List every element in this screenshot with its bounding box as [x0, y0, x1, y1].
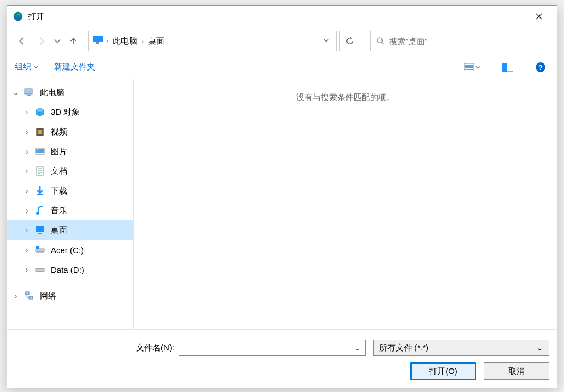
svg-point-19 — [37, 149, 39, 151]
svg-rect-1 — [93, 36, 103, 42]
search-input[interactable] — [389, 37, 544, 46]
help-button[interactable]: ? — [532, 60, 549, 75]
svg-rect-20 — [37, 167, 43, 175]
tree-network[interactable]: 网络 — [7, 286, 133, 306]
up-button[interactable] — [65, 33, 81, 49]
tree-drive-d[interactable]: Data (D:) — [7, 260, 133, 279]
search-icon — [376, 37, 385, 45]
address-dropdown[interactable] — [321, 34, 332, 48]
forward-button[interactable] — [33, 33, 50, 49]
breadcrumb-desktop[interactable]: 桌面 — [146, 35, 167, 48]
cube-icon — [34, 107, 45, 118]
organize-button[interactable]: 组织 — [15, 62, 39, 72]
tree-desktop[interactable]: 桌面 — [7, 220, 133, 240]
svg-rect-6 — [465, 69, 473, 70]
svg-rect-23 — [36, 226, 44, 232]
tree-pictures[interactable]: 图片 — [7, 142, 133, 161]
svg-point-3 — [377, 38, 382, 43]
close-button[interactable] — [526, 8, 551, 25]
empty-message: 没有与搜索条件匹配的项。 — [134, 79, 557, 103]
preview-pane-button[interactable] — [499, 61, 516, 74]
file-type-filter[interactable]: 所有文件 (*.*)⌄ — [373, 340, 549, 356]
pc-icon — [24, 87, 34, 98]
filename-input[interactable]: ⌄ — [179, 340, 366, 356]
edge-icon — [13, 11, 24, 22]
tree-3d-objects[interactable]: 3D 对象 — [7, 102, 133, 122]
pictures-icon — [34, 146, 45, 157]
svg-text:?: ? — [538, 63, 543, 72]
nav-bar: › 此电脑 › 桌面 — [7, 27, 557, 55]
svg-rect-15 — [43, 128, 44, 136]
chevron-right-icon: › — [142, 37, 144, 45]
chevron-down-icon: ⌄ — [536, 343, 543, 353]
svg-rect-27 — [36, 268, 44, 272]
title-bar: 打开 — [7, 6, 557, 27]
tree-downloads[interactable]: 下载 — [7, 181, 133, 201]
view-icons-button[interactable] — [461, 61, 484, 73]
toolbar: 组织 新建文件夹 ? — [7, 55, 557, 79]
svg-rect-16 — [38, 130, 42, 134]
breadcrumb: › 此电脑 › 桌面 — [106, 35, 318, 48]
breadcrumb-this-pc[interactable]: 此电脑 — [110, 35, 139, 48]
svg-rect-12 — [27, 95, 31, 96]
refresh-button[interactable] — [339, 31, 360, 51]
back-button[interactable] — [14, 33, 30, 49]
music-icon — [34, 205, 45, 216]
documents-icon — [34, 166, 45, 177]
open-file-dialog: 打开 › 此电脑 › 桌面 组织 新建文件夹 — [7, 5, 557, 388]
tree-videos[interactable]: 视频 — [7, 122, 133, 142]
svg-rect-25 — [36, 249, 44, 252]
desktop-icon — [34, 225, 45, 236]
dialog-title: 打开 — [28, 11, 44, 22]
history-dropdown[interactable] — [53, 33, 62, 49]
svg-point-22 — [36, 212, 39, 215]
filename-label: 文件名(N): — [15, 343, 179, 353]
nav-tree[interactable]: 此电脑 3D 对象 视频 图片 文档 — [7, 79, 134, 329]
address-bar[interactable]: › 此电脑 › 桌面 — [88, 31, 337, 51]
tree-music[interactable]: 音乐 — [7, 201, 133, 220]
svg-rect-29 — [29, 296, 33, 299]
svg-rect-21 — [37, 194, 43, 195]
cancel-button[interactable]: 取消 — [484, 362, 549, 380]
open-button[interactable]: 打开(O) — [410, 362, 476, 380]
svg-rect-8 — [502, 63, 507, 72]
drive-icon — [34, 264, 45, 275]
svg-rect-24 — [38, 233, 42, 234]
search-box[interactable] — [370, 31, 550, 51]
drive-icon — [34, 244, 45, 255]
tree-documents[interactable]: 文档 — [7, 161, 133, 181]
svg-rect-11 — [25, 89, 32, 94]
svg-rect-5 — [465, 65, 473, 68]
svg-rect-28 — [25, 292, 29, 295]
svg-rect-2 — [96, 42, 99, 44]
tree-this-pc[interactable]: 此电脑 — [7, 83, 133, 102]
content-area: 此电脑 3D 对象 视频 图片 文档 — [7, 79, 557, 329]
video-icon — [34, 126, 45, 137]
downloads-icon — [34, 185, 45, 196]
monitor-icon — [93, 36, 103, 46]
tree-drive-c[interactable]: Acer (C:) — [7, 240, 133, 260]
file-list-area[interactable]: 没有与搜索条件匹配的项。 — [134, 79, 557, 329]
svg-rect-14 — [36, 128, 37, 136]
chevron-down-icon[interactable]: ⌄ — [354, 343, 361, 352]
chevron-right-icon: › — [106, 37, 108, 45]
new-folder-button[interactable]: 新建文件夹 — [54, 62, 95, 72]
footer: 文件名(N): ⌄ 所有文件 (*.*)⌄ 打开(O) 取消 — [7, 329, 557, 388]
network-icon — [24, 290, 34, 301]
svg-rect-26 — [36, 246, 39, 249]
